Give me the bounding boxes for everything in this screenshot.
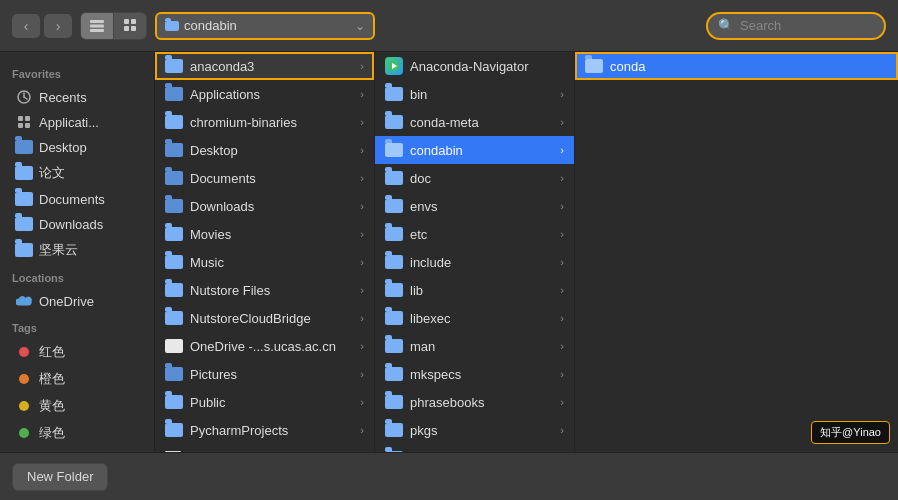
sidebar-item-label: Documents [39, 192, 105, 207]
file-item-downloads[interactable]: Downloads › [155, 192, 374, 220]
folder-icon [165, 423, 183, 437]
folder-icon [385, 255, 403, 269]
file-item-public[interactable]: Public › [155, 388, 374, 416]
folder-icon [165, 311, 183, 325]
file-item-libexec[interactable]: libexec › [375, 304, 574, 332]
file-item-pycharm[interactable]: PycharmProjects › [155, 416, 374, 444]
file-item-desktop[interactable]: Desktop › [155, 136, 374, 164]
forward-button[interactable]: › [44, 14, 72, 38]
chevron-right-icon: › [360, 88, 364, 100]
sidebar-item-applications[interactable]: Applicati... [4, 110, 150, 134]
path-bar[interactable]: condabin ⌄ [155, 12, 375, 40]
nav-buttons: ‹ › [12, 14, 72, 38]
chevron-right-icon: › [360, 172, 364, 184]
chevron-right-icon: › [560, 424, 564, 436]
svg-line-9 [24, 97, 27, 99]
chevron-right-icon: › [560, 172, 564, 184]
sidebar-item-blue[interactable]: 蓝色 [4, 447, 150, 452]
folder-icon [165, 87, 183, 101]
file-item-name: PycharmProjects [190, 423, 353, 438]
sidebar-item-downloads[interactable]: Downloads [4, 212, 150, 236]
file-item-conda[interactable]: conda [575, 52, 898, 80]
toolbar: ‹ › condabin ⌄ [0, 0, 898, 52]
file-item-name: etc [410, 227, 553, 242]
file-item-nutstore[interactable]: Nutstore Files › [155, 276, 374, 304]
file-item-phrasebooks[interactable]: phrasebooks › [375, 388, 574, 416]
locations-label: Locations [0, 264, 154, 288]
file-item-anaconda3[interactable]: anaconda3 › [155, 52, 374, 80]
view-list-button[interactable] [81, 13, 113, 39]
view-grid-button[interactable] [114, 13, 146, 39]
file-item-lib[interactable]: lib › [375, 276, 574, 304]
search-placeholder: Search [740, 18, 781, 33]
file-item-name: Movies [190, 227, 353, 242]
back-button[interactable]: ‹ [12, 14, 40, 38]
folder-icon [385, 395, 403, 409]
file-item-pkgs[interactable]: pkgs › [375, 416, 574, 444]
sidebar-item-label: 橙色 [39, 370, 65, 388]
search-box[interactable]: 🔍 Search [706, 12, 886, 40]
chevron-right-icon: › [360, 424, 364, 436]
sidebar-item-jieguo[interactable]: 坚果云 [4, 237, 150, 263]
file-item-name: plugins [410, 451, 553, 453]
chevron-right-icon: › [560, 144, 564, 156]
file-item-name: man [410, 339, 553, 354]
sidebar-item-orange[interactable]: 橙色 [4, 366, 150, 392]
chevron-right-icon: › [360, 200, 364, 212]
sidebar-item-documents[interactable]: Documents [4, 187, 150, 211]
svg-rect-13 [25, 123, 30, 128]
sidebar-item-onedrive[interactable]: OneDrive [4, 289, 150, 313]
file-item-name: envs [410, 199, 553, 214]
file-item-envs[interactable]: envs › [375, 192, 574, 220]
sidebar-item-red[interactable]: 红色 [4, 339, 150, 365]
sidebar-item-label: 蓝色 [39, 451, 65, 452]
file-item-plugins[interactable]: plugins › [375, 444, 574, 452]
folder-icon [165, 143, 183, 157]
file-item-mkspecs[interactable]: mkspecs › [375, 360, 574, 388]
file-item-applications[interactable]: Applications › [155, 80, 374, 108]
sidebar-item-recents[interactable]: Recents [4, 85, 150, 109]
file-item-nutstorecloud[interactable]: NutstoreCloudBridge › [155, 304, 374, 332]
sidebar-item-label: 论文 [39, 164, 65, 182]
file-item-navigator[interactable]: Anaconda-Navigator [375, 52, 574, 80]
folder-icon [165, 367, 183, 381]
svg-rect-10 [18, 116, 23, 121]
file-item-name: chromium-binaries [190, 115, 353, 130]
svg-rect-12 [18, 123, 23, 128]
svg-rect-6 [131, 26, 136, 31]
svg-rect-11 [25, 116, 30, 121]
chevron-right-icon: › [560, 116, 564, 128]
file-item-untitled[interactable]: Untitled.ipynb [155, 444, 374, 452]
folder-icon [165, 115, 183, 129]
sidebar-item-green[interactable]: 绿色 [4, 420, 150, 446]
file-item-name: lib [410, 283, 553, 298]
yellow-tag-icon [16, 398, 32, 414]
sidebar-item-lunwen[interactable]: 论文 [4, 160, 150, 186]
folder-icon [385, 143, 403, 157]
svg-rect-0 [90, 20, 104, 23]
file-item-music[interactable]: Music › [155, 248, 374, 276]
file-item-documents[interactable]: Documents › [155, 164, 374, 192]
file-item-conda-meta[interactable]: conda-meta › [375, 108, 574, 136]
file-item-pictures[interactable]: Pictures › [155, 360, 374, 388]
sidebar-item-desktop[interactable]: Desktop [4, 135, 150, 159]
file-item-include[interactable]: include › [375, 248, 574, 276]
sidebar: Favorites Recents Applicati... [0, 52, 155, 452]
file-item-name: libexec [410, 311, 553, 326]
file-item-man[interactable]: man › [375, 332, 574, 360]
green-tag-icon [16, 425, 32, 441]
file-item-bin[interactable]: bin › [375, 80, 574, 108]
file-item-onedrive[interactable]: OneDrive -...s.ucas.ac.cn › [155, 332, 374, 360]
orange-tag-icon [16, 371, 32, 387]
file-item-condabin[interactable]: condabin › [375, 136, 574, 164]
file-item-name: Downloads [190, 199, 353, 214]
folder-icon [165, 199, 183, 213]
jieguo-folder-icon [16, 242, 32, 258]
file-item-doc[interactable]: doc › [375, 164, 574, 192]
file-item-name: anaconda3 [190, 59, 353, 74]
sidebar-item-yellow[interactable]: 黄色 [4, 393, 150, 419]
new-folder-button[interactable]: New Folder [12, 463, 108, 491]
file-item-movies[interactable]: Movies › [155, 220, 374, 248]
file-item-chromium[interactable]: chromium-binaries › [155, 108, 374, 136]
file-item-etc[interactable]: etc › [375, 220, 574, 248]
